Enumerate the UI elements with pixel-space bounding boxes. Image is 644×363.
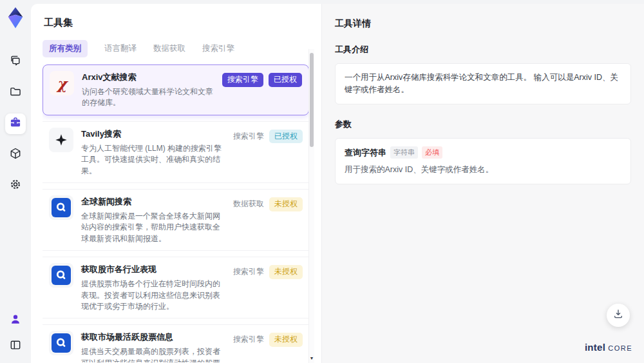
sidebar-item-account[interactable]	[6, 311, 24, 329]
intro-box: 一个用于从Arxiv存储库搜索科学论文和文章的工具。 输入可以是Arxiv ID…	[335, 63, 631, 104]
category-badge: 搜索引擎	[233, 333, 264, 347]
q-search-icon	[49, 263, 73, 288]
param-name: 查询字符串	[345, 146, 386, 159]
param-head: 查询字符串 字符串 必填	[345, 146, 621, 159]
tool-body: Arxiv文献搜索访问各个研究领域大量科学论文和文章的存储库。	[82, 71, 214, 109]
sidebar-item-collapse[interactable]	[6, 337, 24, 355]
page-title: 工具集	[44, 17, 321, 29]
tool-title: 全球新闻搜索	[81, 196, 225, 208]
gear-icon	[9, 178, 22, 193]
tool-card[interactable]: 全球新闻搜索全球新闻搜索是一个聚合全球各大新闻网站内容的搜索引擎，帮助用户快速获…	[43, 189, 309, 251]
tab-0[interactable]: 所有类别	[43, 40, 88, 57]
scrollbar-down-arrow[interactable]: ▼	[309, 356, 314, 361]
tool-card[interactable]: χArxiv文献搜索访问各个研究领域大量科学论文和文章的存储库。搜索引擎已授权	[43, 64, 309, 115]
sidebar-item-tools[interactable]	[5, 113, 26, 134]
user-avatar-icon	[9, 313, 22, 328]
tool-badges: 搜索引擎未授权	[233, 331, 303, 362]
tool-details-panel: 工具详情 工具介绍 一个用于从Arxiv存储库搜索科学论文和文章的工具。 输入可…	[322, 4, 644, 363]
main-content: 工具集 所有类别语言翻译数据获取搜索引擎 χArxiv文献搜索访问各个研究领域大…	[31, 4, 644, 363]
category-badge: 搜索引擎	[233, 265, 264, 279]
auth-status-badge: 未授权	[269, 197, 303, 211]
param-box: 查询字符串 字符串 必填 用于搜索的Arxiv ID、关键字或作者姓名。	[335, 138, 631, 184]
tool-badges: 搜索引擎未授权	[233, 263, 303, 312]
arxiv-logo-icon: χ	[50, 71, 74, 95]
param-type-badge: 字符串	[390, 146, 418, 159]
category-badge: 搜索引擎	[222, 73, 263, 87]
sidebar-bottom	[6, 311, 24, 355]
tool-body: Tavily搜索专为人工智能代理 (LLM) 构建的搜索引擎工具。可快速提供实时…	[81, 128, 225, 177]
download-button[interactable]	[607, 304, 630, 327]
core-wordmark: CORE	[608, 344, 632, 352]
tool-title: Tavily搜索	[81, 128, 225, 140]
sidebar	[0, 0, 31, 363]
sidebar-item-settings[interactable]	[5, 175, 26, 196]
category-badge: 数据获取	[233, 197, 264, 211]
details-title: 工具详情	[335, 18, 631, 30]
tool-list-panel: 工具集 所有类别语言翻译数据获取搜索引擎 χArxiv文献搜索访问各个研究领域大…	[31, 4, 322, 363]
tool-body: 获取市场最活跃股票信息提供当天交易量最高的股票列表，投资者可以利用这些信息来识别…	[81, 331, 225, 362]
tool-card[interactable]: 获取市场最活跃股票信息提供当天交易量最高的股票列表，投资者可以利用这些信息来识别…	[43, 324, 309, 362]
cube-icon	[9, 147, 22, 162]
sidebar-item-files[interactable]	[5, 83, 26, 103]
q-search-icon	[49, 331, 73, 355]
tab-1[interactable]: 语言翻译	[104, 43, 137, 54]
tool-description: 提供当天交易量最高的股票列表，投资者可以利用这些信息来识别流动性强的股票和潜在的…	[81, 346, 225, 362]
tool-list: χArxiv文献搜索访问各个研究领域大量科学论文和文章的存储库。搜索引擎已授权T…	[43, 64, 309, 362]
tool-description: 专为人工智能代理 (LLM) 构建的搜索引擎工具。可快速提供实时、准确和真实的结…	[81, 143, 225, 177]
tool-body: 全球新闻搜索全球新闻搜索是一个聚合全球各大新闻网站内容的搜索引擎，帮助用户快速获…	[81, 195, 225, 244]
sidebar-item-packages[interactable]	[5, 144, 26, 165]
app-logo-icon	[6, 6, 25, 30]
category-tabs: 所有类别语言翻译数据获取搜索引擎	[43, 41, 321, 56]
tool-description: 全球新闻搜索是一个聚合全球各大新闻网站内容的搜索引擎，帮助用户快速获取全球最新资…	[81, 211, 225, 244]
auth-status-badge: 未授权	[269, 265, 303, 279]
tool-title: 获取市场最活跃股票信息	[81, 331, 225, 343]
tool-card[interactable]: 获取股市各行业表现提供股票市场各个行业在特定时间段内的表现。投资者可以利用这些信…	[43, 257, 309, 319]
tavily-star-icon	[49, 128, 73, 152]
tool-body: 获取股市各行业表现提供股票市场各个行业在特定时间段内的表现。投资者可以利用这些信…	[81, 263, 225, 312]
chat-icon	[9, 54, 22, 70]
param-required-badge: 必填	[422, 146, 442, 159]
scrollbar-track[interactable]: ▼	[308, 49, 314, 363]
toolbox-icon	[9, 116, 22, 132]
tab-3[interactable]: 搜索引擎	[202, 43, 234, 54]
panel-layout-icon	[9, 338, 22, 354]
folder-icon	[9, 85, 22, 101]
auth-status-badge: 已授权	[269, 73, 302, 87]
category-badge: 搜索引擎	[233, 130, 264, 144]
scrollbar-thumb[interactable]	[310, 53, 314, 147]
tool-description: 访问各个研究领域大量科学论文和文章的存储库。	[82, 86, 214, 109]
tool-badges: 搜索引擎已授权	[222, 71, 302, 109]
download-icon	[612, 308, 624, 322]
tool-badges: 数据获取未授权	[233, 195, 303, 244]
intro-heading: 工具介绍	[335, 44, 631, 55]
tool-title: 获取股市各行业表现	[81, 264, 225, 275]
tool-title: Arxiv文献搜索	[82, 72, 214, 83]
app-root: 工具集 所有类别语言翻译数据获取搜索引擎 χArxiv文献搜索访问各个研究领域大…	[0, 0, 644, 363]
sidebar-item-chat[interactable]	[5, 52, 26, 72]
q-search-icon	[49, 195, 73, 220]
intel-wordmark: intel	[585, 342, 605, 353]
auth-status-badge: 已授权	[269, 130, 303, 144]
sidebar-nav	[5, 52, 26, 196]
tool-card[interactable]: Tavily搜索专为人工智能代理 (LLM) 构建的搜索引擎工具。可快速提供实时…	[43, 121, 309, 183]
tool-badges: 搜索引擎已授权	[233, 128, 303, 177]
tool-description: 提供股票市场各个行业在特定时间段内的表现。投资者可以利用这些信息来识别表现优于或…	[81, 279, 225, 312]
auth-status-badge: 未授权	[269, 333, 303, 347]
params-heading: 参数	[335, 119, 631, 130]
intel-core-logo: intel CORE	[585, 342, 632, 353]
tab-2[interactable]: 数据获取	[153, 43, 185, 54]
param-description: 用于搜索的Arxiv ID、关键字或作者姓名。	[345, 164, 621, 176]
